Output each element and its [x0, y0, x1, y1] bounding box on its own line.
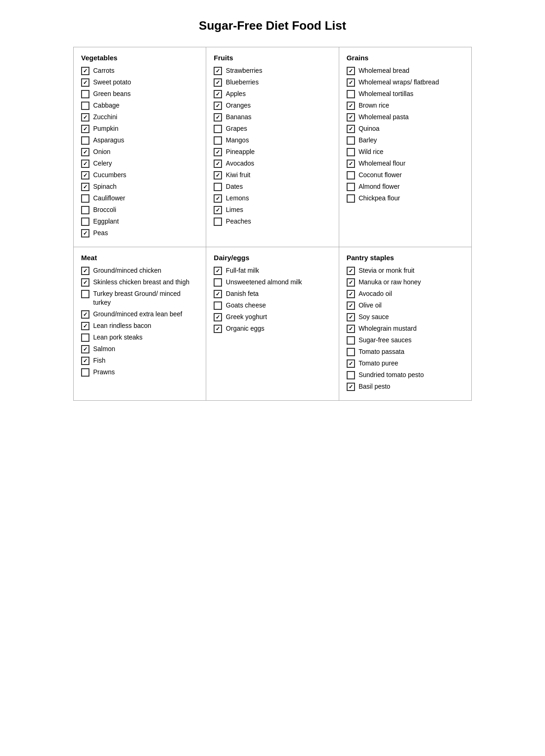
checkbox-checked[interactable]: [81, 267, 89, 275]
checkbox-checked[interactable]: [214, 113, 222, 122]
checkbox-checked[interactable]: [347, 290, 355, 298]
checkbox-checked[interactable]: [347, 383, 355, 391]
list-item[interactable]: Chickpea flour: [347, 194, 464, 203]
checkbox-checked[interactable]: [347, 113, 355, 122]
checkbox-unchecked[interactable]: [347, 348, 355, 356]
checkbox-checked[interactable]: [214, 171, 222, 179]
checkbox-checked[interactable]: [81, 113, 89, 122]
list-item[interactable]: Wholemeal flour: [347, 159, 464, 168]
list-item[interactable]: Basil pesto: [347, 382, 464, 391]
list-item[interactable]: Sweet potato: [81, 78, 198, 87]
checkbox-checked[interactable]: [214, 313, 222, 321]
list-item[interactable]: Full-fat milk: [214, 266, 331, 275]
list-item[interactable]: Lean rindless bacon: [81, 321, 198, 330]
checkbox-checked[interactable]: [81, 278, 89, 287]
list-item[interactable]: Quinoa: [347, 124, 464, 133]
list-item[interactable]: Barley: [347, 136, 464, 145]
list-item[interactable]: Greek yoghurt: [214, 313, 331, 321]
checkbox-unchecked[interactable]: [81, 102, 89, 110]
checkbox-unchecked[interactable]: [347, 148, 355, 156]
checkbox-checked[interactable]: [81, 357, 89, 365]
list-item[interactable]: Coconut flower: [347, 171, 464, 179]
checkbox-unchecked[interactable]: [347, 336, 355, 345]
checkbox-unchecked[interactable]: [214, 136, 222, 145]
list-item[interactable]: Lemons: [214, 194, 331, 203]
checkbox-checked[interactable]: [214, 267, 222, 275]
list-item[interactable]: Tomato puree: [347, 359, 464, 368]
checkbox-checked[interactable]: [81, 183, 89, 191]
checkbox-checked[interactable]: [81, 345, 89, 353]
checkbox-checked[interactable]: [81, 148, 89, 156]
checkbox-unchecked[interactable]: [81, 90, 89, 98]
checkbox-checked[interactable]: [347, 67, 355, 75]
list-item[interactable]: Prawns: [81, 368, 198, 377]
list-item[interactable]: Carrots: [81, 66, 198, 75]
list-item[interactable]: Brown rice: [347, 101, 464, 110]
checkbox-checked[interactable]: [347, 325, 355, 333]
list-item[interactable]: Salmon: [81, 345, 198, 353]
checkbox-checked[interactable]: [81, 125, 89, 133]
checkbox-checked[interactable]: [347, 160, 355, 168]
list-item[interactable]: Grapes: [214, 124, 331, 133]
list-item[interactable]: Cauliflower: [81, 194, 198, 203]
list-item[interactable]: Eggplant: [81, 217, 198, 226]
list-item[interactable]: Limes: [214, 205, 331, 214]
list-item[interactable]: Peaches: [214, 217, 331, 226]
checkbox-unchecked[interactable]: [81, 290, 89, 298]
list-item[interactable]: Wholegrain mustard: [347, 324, 464, 333]
list-item[interactable]: Sugar-free sauces: [347, 336, 464, 345]
list-item[interactable]: Asparagus: [81, 136, 198, 145]
list-item[interactable]: Ground/minced chicken: [81, 266, 198, 275]
list-item[interactable]: Stevia or monk fruit: [347, 266, 464, 275]
checkbox-checked[interactable]: [81, 229, 89, 237]
list-item[interactable]: Cabbage: [81, 101, 198, 110]
checkbox-unchecked[interactable]: [81, 194, 89, 203]
list-item[interactable]: Peas: [81, 229, 198, 237]
checkbox-unchecked[interactable]: [214, 218, 222, 226]
list-item[interactable]: Blueberries: [214, 78, 331, 87]
checkbox-checked[interactable]: [347, 359, 355, 368]
list-item[interactable]: Pineapple: [214, 147, 331, 156]
checkbox-checked[interactable]: [81, 310, 89, 319]
list-item[interactable]: Ground/minced extra lean beef: [81, 310, 198, 319]
list-item[interactable]: Turkey breast Ground/ minced turkey: [81, 289, 198, 307]
checkbox-unchecked[interactable]: [347, 371, 355, 379]
checkbox-unchecked[interactable]: [81, 136, 89, 145]
list-item[interactable]: Strawberries: [214, 66, 331, 75]
checkbox-unchecked[interactable]: [81, 218, 89, 226]
list-item[interactable]: Unsweetened almond milk: [214, 278, 331, 287]
list-item[interactable]: Apples: [214, 90, 331, 98]
list-item[interactable]: Oranges: [214, 101, 331, 110]
checkbox-checked[interactable]: [347, 125, 355, 133]
checkbox-checked[interactable]: [214, 148, 222, 156]
list-item[interactable]: Goats cheese: [214, 301, 331, 310]
list-item[interactable]: Wholemeal tortillas: [347, 90, 464, 98]
checkbox-unchecked[interactable]: [347, 136, 355, 145]
checkbox-checked[interactable]: [347, 313, 355, 321]
checkbox-checked[interactable]: [347, 102, 355, 110]
list-item[interactable]: Zucchini: [81, 113, 198, 122]
checkbox-checked[interactable]: [214, 325, 222, 333]
list-item[interactable]: Onion: [81, 147, 198, 156]
list-item[interactable]: Fish: [81, 356, 198, 365]
checkbox-checked[interactable]: [214, 206, 222, 214]
checkbox-checked[interactable]: [214, 290, 222, 298]
checkbox-unchecked[interactable]: [214, 125, 222, 133]
checkbox-unchecked[interactable]: [347, 90, 355, 98]
checkbox-unchecked[interactable]: [214, 183, 222, 191]
checkbox-unchecked[interactable]: [214, 301, 222, 310]
list-item[interactable]: Avocado oil: [347, 289, 464, 298]
list-item[interactable]: Green beans: [81, 90, 198, 98]
checkbox-checked[interactable]: [81, 171, 89, 179]
list-item[interactable]: Tomato passata: [347, 347, 464, 356]
checkbox-checked[interactable]: [81, 67, 89, 75]
checkbox-checked[interactable]: [347, 267, 355, 275]
checkbox-checked[interactable]: [81, 160, 89, 168]
list-item[interactable]: Danish feta: [214, 289, 331, 298]
checkbox-unchecked[interactable]: [347, 171, 355, 179]
list-item[interactable]: Kiwi fruit: [214, 171, 331, 179]
list-item[interactable]: Pumpkin: [81, 124, 198, 133]
checkbox-checked[interactable]: [81, 322, 89, 330]
checkbox-unchecked[interactable]: [81, 368, 89, 377]
list-item[interactable]: Soy sauce: [347, 313, 464, 321]
